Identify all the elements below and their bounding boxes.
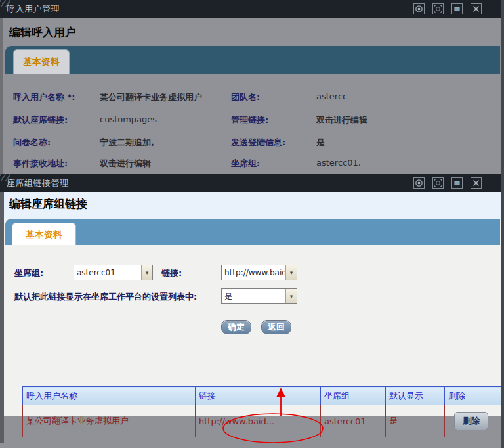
field-label-team-name: 团队名: bbox=[231, 91, 260, 103]
cell-delete: 删除 bbox=[445, 405, 501, 437]
agent-group-label: 坐席组: bbox=[14, 267, 43, 279]
minimize-icon bbox=[453, 179, 461, 187]
chevron-down-icon[interactable]: ▾ bbox=[141, 265, 152, 280]
cell-agent-group: astercc01 bbox=[321, 405, 386, 437]
front-heading-area: 编辑座席组链接 bbox=[0, 192, 504, 219]
maximize-button[interactable] bbox=[432, 3, 444, 14]
field-label-manage-link: 管理链接: bbox=[231, 114, 268, 126]
col-header-default-display: 默认显示 bbox=[386, 387, 445, 405]
field-value-default-agent-link: custompages bbox=[100, 114, 157, 124]
field-value-event-address[interactable]: 双击进行编辑 bbox=[100, 158, 151, 169]
field-value-survey-name: 宁波二期追加, bbox=[100, 137, 154, 148]
agent-link-table: 呼入用户名称 链接 坐席组 默认显示 删除 某公司翻译卡业务虚拟用户 http:… bbox=[22, 386, 501, 437]
front-window-controls bbox=[413, 177, 482, 189]
chevron-down-icon[interactable]: ▾ bbox=[285, 289, 297, 303]
tab-basic-info-back[interactable]: 基本资料 bbox=[13, 49, 70, 74]
park-button[interactable] bbox=[413, 3, 425, 14]
close-icon bbox=[472, 5, 480, 13]
back-window-titlebar[interactable]: 呼入用户管理 bbox=[0, 0, 504, 18]
back-window-controls bbox=[413, 3, 482, 14]
minimize-icon bbox=[453, 5, 461, 13]
close-icon bbox=[472, 179, 480, 187]
field-value-team-name: astercc bbox=[316, 91, 347, 101]
minimize-button[interactable] bbox=[452, 177, 463, 189]
field-value-manage-link[interactable]: 双击进行编辑 bbox=[316, 114, 368, 126]
ok-button[interactable]: 确定 bbox=[221, 320, 251, 334]
field-label-send-login-info: 发送登陆信息: bbox=[231, 137, 285, 148]
default-display-select[interactable]: 是 ▾ bbox=[221, 288, 297, 304]
delete-button[interactable]: 删除 bbox=[454, 412, 488, 430]
col-header-delete: 删除 bbox=[445, 387, 501, 405]
screen: 呼入用户管理 编辑呼入用户 基本资料 呼入用户名称 *: 某公司翻译卡业务虚拟用… bbox=[0, 0, 504, 448]
agent-group-selected-value: astercc01 bbox=[74, 268, 141, 277]
close-button[interactable] bbox=[471, 177, 482, 189]
cell-link: http://www.baid... bbox=[196, 405, 321, 437]
field-label-agent-group: 坐席组: bbox=[231, 158, 260, 169]
agent-group-link-window: 座席组链接管理 编辑座席组链接 基本资料 坐席组: astercc01 ▾ 链接… bbox=[0, 174, 504, 448]
park-button[interactable] bbox=[413, 177, 425, 189]
agent-group-select[interactable]: astercc01 ▾ bbox=[74, 265, 153, 280]
minimize-button[interactable] bbox=[452, 3, 463, 14]
field-value-send-login-info: 是 bbox=[316, 137, 325, 148]
table-row[interactable]: 某公司翻译卡业务虚拟用户 http://www.baid... astercc0… bbox=[23, 405, 501, 437]
back-window-title: 呼入用户管理 bbox=[0, 3, 60, 15]
cell-default-display: 是 bbox=[386, 405, 445, 437]
window-border bbox=[0, 192, 4, 443]
field-label-default-agent-link: 默认座席链接: bbox=[13, 114, 68, 126]
front-page-title: 编辑座席组链接 bbox=[9, 196, 87, 212]
back-page-title: 编辑呼入用户 bbox=[9, 25, 76, 40]
window-border bbox=[501, 0, 504, 448]
front-window-body: 基本资料 坐席组: astercc01 ▾ 链接: http://www.bai… bbox=[0, 219, 504, 416]
col-header-agent-group: 坐席组 bbox=[321, 387, 386, 405]
field-label-survey-name: 问卷名称: bbox=[13, 137, 51, 148]
field-label-caller-name: 呼入用户名称 *: bbox=[13, 91, 75, 103]
table-header-row: 呼入用户名称 链接 坐席组 默认显示 删除 bbox=[23, 387, 501, 405]
link-label: 链接: bbox=[161, 267, 182, 279]
field-label-event-address: 事件接收地址: bbox=[13, 158, 68, 169]
field-value-caller-name: 某公司翻译卡业务虚拟用户 bbox=[100, 91, 202, 103]
park-icon bbox=[415, 179, 423, 187]
maximize-icon bbox=[434, 179, 442, 187]
close-button[interactable] bbox=[471, 3, 482, 14]
window-border bbox=[0, 18, 3, 174]
front-window-title: 座席组链接管理 bbox=[0, 177, 69, 189]
default-display-selected-value: 是 bbox=[222, 291, 285, 302]
default-display-label: 默认把此链接显示在坐席工作平台的设置列表中: bbox=[14, 291, 197, 303]
link-select[interactable]: http://www.baidu.com ▾ bbox=[221, 265, 297, 280]
front-tab-strip: 基本资料 bbox=[5, 219, 500, 245]
col-header-caller-name: 呼入用户名称 bbox=[23, 387, 196, 405]
front-window-titlebar[interactable]: 座席组链接管理 bbox=[0, 174, 504, 192]
maximize-icon bbox=[434, 5, 442, 13]
field-value-agent-group: astercc01, bbox=[316, 158, 361, 168]
tab-basic-info-front[interactable]: 基本资料 bbox=[12, 223, 76, 245]
cell-caller-name: 某公司翻译卡业务虚拟用户 bbox=[23, 405, 196, 437]
col-header-link: 链接 bbox=[196, 387, 321, 405]
back-tab-strip: 基本资料 bbox=[5, 46, 500, 74]
link-selected-value: http://www.baidu.com bbox=[222, 268, 285, 277]
back-button[interactable]: 返回 bbox=[261, 320, 291, 334]
park-icon bbox=[415, 5, 423, 13]
maximize-button[interactable] bbox=[432, 177, 444, 189]
chevron-down-icon[interactable]: ▾ bbox=[285, 265, 297, 280]
